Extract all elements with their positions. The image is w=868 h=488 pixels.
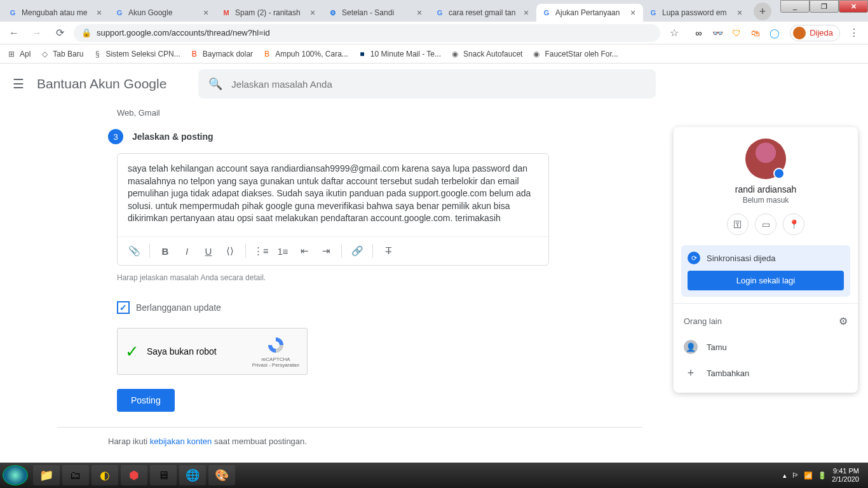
bookmark-6[interactable]: ◉Snack Autofaucet: [450, 49, 522, 59]
tray-network-icon[interactable]: 📶: [804, 471, 813, 480]
policy-link[interactable]: kebijakan konten: [150, 437, 212, 446]
bold-button[interactable]: B: [155, 241, 175, 261]
add-profile-item[interactable]: + Tambahkan: [674, 360, 858, 386]
post-button[interactable]: Posting: [117, 389, 175, 412]
recaptcha-badge: reCAPTCHA Privasi - Persyaratan: [252, 335, 299, 368]
tab-close-icon[interactable]: ×: [735, 8, 745, 18]
chrome-menu[interactable]: ⋮: [845, 24, 863, 42]
login-button[interactable]: Login sekali lagi: [688, 271, 844, 290]
subscribe-label: Berlangganan update: [136, 302, 221, 313]
taskbar-app-5[interactable]: 🖥: [150, 465, 177, 485]
sync-panel: ⟳ Sinkronisasi dijeda Login sekali lagi: [681, 245, 850, 297]
taskbar-app-folder[interactable]: 🗂: [62, 465, 89, 485]
bookmark-icon: ◇: [39, 49, 50, 59]
taskbar-app-chrome[interactable]: 🌐: [179, 465, 206, 485]
key-icon[interactable]: ⚿: [727, 214, 749, 235]
menu-icon[interactable]: ☰: [13, 76, 24, 92]
taskbar-app-paint[interactable]: 🎨: [208, 465, 235, 485]
gear-icon[interactable]: ⚙: [839, 315, 848, 327]
editor-textarea[interactable]: saya telah kehilangan account saya randi…: [118, 154, 548, 236]
ext-icon-shield[interactable]: 🛡: [730, 27, 743, 39]
search-box[interactable]: 🔍: [198, 69, 656, 98]
guest-item[interactable]: 👤 Tamu: [674, 334, 858, 360]
back-button[interactable]: ←: [5, 24, 23, 42]
clear-format-button[interactable]: T̶: [378, 241, 398, 261]
tab-2[interactable]: MSpam (2) - ranitash×: [216, 4, 323, 22]
recaptcha-check-icon: ✓: [125, 342, 139, 362]
post-editor: saya telah kehilangan account saya randi…: [117, 153, 549, 266]
tab-favicon: M: [221, 8, 231, 18]
start-button[interactable]: [3, 465, 28, 485]
location-icon[interactable]: 📍: [783, 214, 804, 235]
taskbar-app-3[interactable]: ◐: [92, 465, 118, 485]
reload-button[interactable]: ⟳: [51, 24, 69, 42]
tab-4[interactable]: Gcara reset gmail tan×: [430, 4, 536, 22]
taskbar-app-4[interactable]: ⬢: [121, 465, 147, 485]
payment-icon[interactable]: ▭: [755, 214, 776, 235]
profile-chip-label: Dijeda: [810, 28, 833, 37]
taskbar-app-explorer[interactable]: 📁: [33, 465, 60, 485]
tray-battery-icon[interactable]: 🔋: [818, 471, 827, 480]
tab-title: Mengubah atau me: [22, 8, 94, 17]
indent-button[interactable]: ⇥: [316, 241, 336, 261]
tray-flag-icon[interactable]: 🏳: [792, 471, 799, 479]
bookmark-icon: B: [189, 49, 200, 59]
star-button[interactable]: ☆: [665, 24, 683, 42]
guest-icon: 👤: [684, 340, 698, 354]
tab-close-icon[interactable]: ×: [308, 8, 318, 18]
tab-close-icon[interactable]: ×: [628, 8, 638, 18]
ext-icon-1[interactable]: ∞: [692, 27, 705, 39]
italic-button[interactable]: I: [177, 241, 197, 261]
tab-favicon: G: [114, 8, 125, 18]
tab-6[interactable]: GLupa password em×: [643, 4, 750, 22]
bullet-list-button[interactable]: ⋮≡: [251, 241, 271, 261]
ext-icon-circle[interactable]: ◯: [768, 27, 781, 39]
bookmark-5[interactable]: ■10 Minute Mail - Te...: [357, 49, 441, 59]
outdent-button[interactable]: ⇤: [294, 241, 315, 261]
code-button[interactable]: ⟨⟩: [220, 241, 240, 261]
bookmark-0[interactable]: ⊞Apl: [6, 49, 31, 59]
bookmark-2[interactable]: §Sistem Seleksi CPN...: [92, 49, 180, 59]
step-number: 3: [108, 129, 123, 144]
window-maximize[interactable]: ❐: [810, 0, 839, 13]
recaptcha-widget[interactable]: ✓ Saya bukan robot reCAPTCHA Privasi - P…: [117, 328, 308, 375]
bookmark-4[interactable]: BAmpuh 100%, Cara...: [262, 49, 348, 59]
search-input[interactable]: [231, 79, 646, 90]
tab-3[interactable]: ⚙Setelan - Sandi×: [323, 4, 430, 22]
window-minimize[interactable]: _: [780, 0, 810, 13]
link-button[interactable]: 🔗: [347, 241, 367, 261]
profile-chip[interactable]: Dijeda: [790, 25, 840, 41]
tab-strip: GMengubah atau me×GAkun Google×MSpam (2)…: [0, 0, 868, 22]
tab-close-icon[interactable]: ×: [94, 8, 104, 18]
tab-favicon: G: [541, 8, 552, 18]
ext-icon-cart[interactable]: 🛍: [749, 27, 762, 39]
tab-close-icon[interactable]: ×: [521, 8, 531, 18]
avatar-icon: [793, 27, 806, 39]
profile-status: Belum masuk: [674, 196, 858, 205]
tab-5[interactable]: GAjukan Pertanyaan×: [536, 4, 643, 22]
tab-0[interactable]: GMengubah atau me×: [3, 4, 109, 22]
ext-icon-incognito[interactable]: 👓: [711, 27, 724, 39]
tab-close-icon[interactable]: ×: [414, 8, 424, 18]
forward-button[interactable]: →: [28, 24, 46, 42]
bookmark-7[interactable]: ◉FaucetStar oleh For...: [531, 49, 618, 59]
bookmark-3[interactable]: BBaymack dolar: [189, 49, 253, 59]
clock[interactable]: 9:41 PM 2/1/2020: [832, 467, 859, 484]
category-meta: Web, Gmail: [117, 108, 591, 118]
bookmark-1[interactable]: ◇Tab Baru: [39, 49, 83, 59]
window-close[interactable]: ✕: [839, 0, 868, 13]
lock-icon: 🔒: [81, 28, 92, 37]
tray-chevron-icon[interactable]: ▴: [783, 471, 787, 480]
subscribe-checkbox[interactable]: ✓: [117, 301, 130, 314]
bookmark-icon: ⊞: [6, 49, 17, 59]
tab-1[interactable]: GAkun Google×: [109, 4, 216, 22]
attach-icon[interactable]: 📎: [124, 241, 144, 261]
bookmark-icon: B: [262, 49, 272, 59]
bookmark-icon: ■: [357, 49, 367, 59]
underline-button[interactable]: U: [198, 241, 219, 261]
recaptcha-logo-icon: [266, 335, 286, 355]
tab-close-icon[interactable]: ×: [201, 8, 211, 18]
new-tab-button[interactable]: +: [754, 3, 771, 20]
url-input[interactable]: 🔒 support.google.com/accounts/thread/new…: [74, 24, 660, 42]
number-list-button[interactable]: 1≡: [273, 241, 293, 261]
